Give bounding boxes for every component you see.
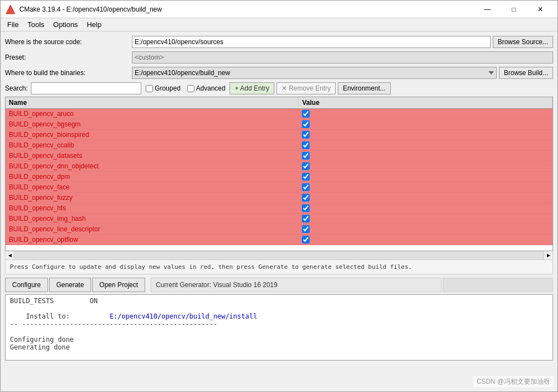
log-line: BUILD_TESTS ON bbox=[10, 297, 548, 305]
entry-name: BUILD_opencv_datasets bbox=[6, 151, 299, 161]
remove-entry-button[interactable]: ✕ Remove Entry bbox=[277, 82, 336, 94]
entry-checkbox[interactable] bbox=[302, 162, 310, 170]
build-label: Where to build the binaries: bbox=[5, 69, 132, 77]
log-line bbox=[10, 328, 548, 336]
table-row: BUILD_opencv_ccalib bbox=[6, 140, 552, 151]
configure-button[interactable]: Configure bbox=[5, 278, 48, 292]
entry-value[interactable] bbox=[299, 109, 552, 119]
environment-button[interactable]: Environment... bbox=[338, 82, 390, 94]
open-project-button[interactable]: Open Project bbox=[92, 278, 145, 292]
entry-name: BUILD_opencv_face bbox=[6, 182, 299, 193]
advanced-checkbox-label[interactable]: Advanced bbox=[187, 84, 225, 92]
action-buttons-row: Configure Generate Open Project Current … bbox=[5, 278, 553, 292]
scroll-track[interactable] bbox=[14, 251, 544, 259]
menu-help[interactable]: Help bbox=[82, 19, 106, 30]
advanced-label: Advanced bbox=[196, 84, 225, 92]
title-bar: CMake 3.19.4 - E:/opencv410/opencv/build… bbox=[1, 1, 557, 18]
table-row: BUILD_opencv_optflow bbox=[6, 235, 552, 245]
horizontal-scrollbar[interactable]: ◀ ▶ bbox=[5, 251, 553, 260]
log-line: Configuring done bbox=[10, 336, 548, 343]
preset-label: Preset: bbox=[5, 54, 132, 61]
menu-tools[interactable]: Tools bbox=[23, 19, 49, 30]
entry-value[interactable] bbox=[299, 193, 552, 203]
watermark: CSDN @冯相文要加油呀 bbox=[473, 376, 554, 388]
log-line: Generating done bbox=[10, 343, 548, 351]
entry-value[interactable] bbox=[299, 140, 552, 151]
build-select[interactable]: E:/opencv410/opencv/build_new bbox=[132, 67, 497, 79]
scroll-right-arrow[interactable]: ▶ bbox=[544, 251, 552, 260]
table-row: BUILD_opencv_dnn_objdetect bbox=[6, 161, 552, 172]
grouped-checkbox[interactable] bbox=[146, 85, 153, 92]
maximize-button[interactable]: □ bbox=[501, 2, 527, 17]
close-button[interactable]: ✕ bbox=[528, 2, 553, 17]
entry-value[interactable] bbox=[299, 119, 552, 130]
entry-checkbox[interactable] bbox=[302, 183, 310, 191]
entry-checkbox[interactable] bbox=[302, 215, 310, 223]
log-line bbox=[10, 305, 548, 312]
generate-button[interactable]: Generate bbox=[49, 278, 91, 292]
browse-source-button[interactable]: Browse Source... bbox=[493, 36, 553, 48]
entry-value[interactable] bbox=[299, 151, 552, 161]
entry-value[interactable] bbox=[299, 224, 552, 235]
entry-value[interactable] bbox=[299, 235, 552, 245]
scroll-left-arrow[interactable]: ◀ bbox=[6, 251, 14, 260]
search-label: Search: bbox=[5, 84, 28, 92]
table-row: BUILD_opencv_img_hash bbox=[6, 214, 552, 224]
advanced-checkbox[interactable] bbox=[187, 85, 194, 92]
entry-name: BUILD_opencv_img_hash bbox=[6, 214, 299, 224]
status-message: Press Configure to update and display ne… bbox=[5, 260, 553, 274]
entry-value[interactable] bbox=[299, 161, 552, 172]
entry-checkbox[interactable] bbox=[302, 173, 310, 181]
source-label: Where is the source code: bbox=[5, 38, 132, 46]
svg-marker-0 bbox=[6, 5, 15, 14]
entry-name: BUILD_opencv_fuzzy bbox=[6, 193, 299, 203]
generator-label: Current Generator: Visual Studio 16 2019 bbox=[151, 278, 442, 292]
entry-checkbox[interactable] bbox=[302, 120, 310, 128]
menu-file[interactable]: File bbox=[3, 19, 23, 30]
table-row: BUILD_opencv_dpm bbox=[6, 172, 552, 182]
entry-checkbox[interactable] bbox=[302, 194, 310, 202]
menu-options[interactable]: Options bbox=[49, 19, 82, 30]
entry-checkbox[interactable] bbox=[302, 141, 310, 149]
progress-box bbox=[443, 278, 553, 292]
preset-select[interactable]: <custom> bbox=[132, 51, 553, 63]
entry-checkbox[interactable] bbox=[302, 110, 310, 118]
menu-bar: File Tools Options Help bbox=[1, 18, 557, 31]
entry-name: BUILD_opencv_bioinspired bbox=[6, 130, 299, 140]
log-content: BUILD_TESTS ON Install to: E:/opencv410/… bbox=[6, 295, 552, 353]
table-row: BUILD_opencv_line_descriptor bbox=[6, 224, 552, 235]
grouped-checkbox-label[interactable]: Grouped bbox=[146, 84, 180, 92]
minimize-button[interactable]: — bbox=[475, 2, 500, 17]
entry-checkbox[interactable] bbox=[302, 152, 310, 160]
entry-checkbox[interactable] bbox=[302, 131, 310, 139]
entry-value[interactable] bbox=[299, 182, 552, 193]
entry-value[interactable] bbox=[299, 203, 552, 214]
entry-value[interactable] bbox=[299, 214, 552, 224]
browse-build-button[interactable]: Browse Build... bbox=[499, 67, 553, 79]
entry-name: BUILD_opencv_line_descriptor bbox=[6, 224, 299, 235]
table-row: BUILD_opencv_aruco bbox=[6, 109, 552, 119]
app-icon bbox=[5, 4, 16, 15]
entry-checkbox[interactable] bbox=[302, 225, 310, 233]
entry-name: BUILD_opencv_dnn_objdetect bbox=[6, 161, 299, 172]
col-value-header: Value bbox=[299, 97, 552, 109]
table-row: BUILD_opencv_bioinspired bbox=[6, 130, 552, 140]
entry-checkbox[interactable] bbox=[302, 204, 310, 212]
entry-checkbox[interactable] bbox=[302, 236, 310, 243]
main-content: Where is the source code: Browse Source.… bbox=[1, 31, 557, 365]
table-row: BUILD_opencv_hfs bbox=[6, 203, 552, 214]
source-input[interactable] bbox=[132, 36, 491, 48]
search-input[interactable] bbox=[31, 82, 141, 94]
log-install-path: E:/opencv410/opencv/build_new/install bbox=[110, 312, 257, 320]
entry-value[interactable] bbox=[299, 130, 552, 140]
add-entry-button[interactable]: + Add Entry bbox=[230, 82, 274, 94]
source-row: Where is the source code: Browse Source.… bbox=[5, 36, 553, 48]
log-line: -- -------------------------------------… bbox=[10, 320, 548, 328]
entry-name: BUILD_opencv_bgsegm bbox=[6, 119, 299, 130]
col-name-header: Name bbox=[6, 97, 299, 109]
entry-value[interactable] bbox=[299, 172, 552, 182]
entries-table-container[interactable]: Name Value BUILD_opencv_arucoBUILD_openc… bbox=[5, 97, 553, 251]
table-row: BUILD_opencv_datasets bbox=[6, 151, 552, 161]
toolbar-row: Search: Grouped Advanced + Add Entry ✕ R… bbox=[5, 82, 553, 94]
log-area[interactable]: BUILD_TESTS ON Install to: E:/opencv410/… bbox=[5, 294, 553, 361]
